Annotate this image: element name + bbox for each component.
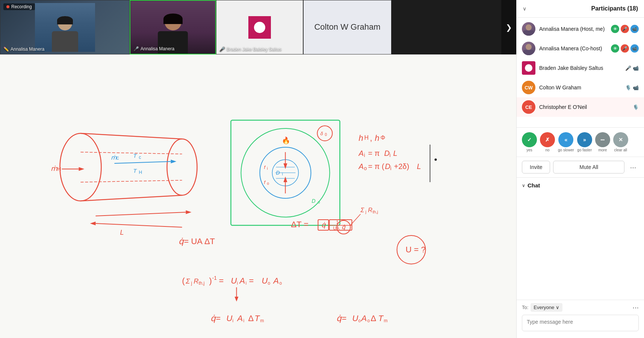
- to-chevron-icon: ∨: [556, 305, 559, 310]
- svg-text:i: i: [233, 318, 234, 323]
- mute-all-button[interactable]: Mute All: [553, 161, 624, 174]
- go-faster-button[interactable]: »: [577, 132, 592, 147]
- participant-item[interactable]: Braden Jake Balsley Saltus 🎤 📹: [517, 58, 644, 78]
- svg-text:= π (: = π (: [368, 162, 385, 171]
- participant-name: Annalisa Manera (Host, me): [539, 26, 607, 32]
- chat-header[interactable]: ∨ Chat: [517, 178, 644, 193]
- svg-text:U: U: [231, 276, 237, 285]
- chat-chevron-icon: ∨: [522, 183, 525, 188]
- video-nav-arrow[interactable]: ❯: [501, 0, 516, 54]
- svg-text:=: =: [342, 314, 347, 323]
- reactions-row: ✓ yes ✗ no « go slower » go faster ••• m…: [517, 127, 644, 157]
- participant-badges: 👁 🎤 📹: [611, 25, 639, 33]
- svg-text:o: o: [358, 318, 361, 323]
- svg-text:i: i: [364, 152, 365, 158]
- clear-all-button[interactable]: ✕: [613, 132, 628, 147]
- reaction-yes[interactable]: ✓ yes: [522, 132, 537, 152]
- svg-text:i: i: [390, 152, 391, 158]
- colton-name-display: Colton W Graham: [314, 22, 380, 33]
- video-strip: Recording ✏️ Annalisa Manera: [0, 0, 516, 54]
- video-tile-1[interactable]: Recording ✏️ Annalisa Manera: [0, 0, 130, 54]
- faster-label: go faster: [577, 148, 592, 152]
- svg-text:L: L: [120, 229, 124, 236]
- message-options-button[interactable]: ···: [632, 303, 639, 312]
- video-tile-2[interactable]: 🎤 Annalisa Manera: [130, 0, 216, 54]
- chat-section: ∨ Chat: [517, 178, 644, 193]
- video-tile-4[interactable]: Colton W Graham: [303, 0, 392, 54]
- participant-item[interactable]: CE Christopher E O'Neil 🎙️: [517, 97, 644, 117]
- participant-name: Annalisa Manera (Co-host): [539, 45, 607, 51]
- svg-text:=: =: [219, 276, 224, 285]
- svg-rect-0: [39, 54, 477, 338]
- svg-text:o: o: [318, 200, 320, 204]
- no-button[interactable]: ✗: [540, 132, 555, 147]
- svg-text:+2δ): +2δ): [394, 162, 410, 171]
- participant-item[interactable]: Annalisa Manera (Host, me) 👁 🎤 📹: [517, 19, 644, 39]
- svg-text:H: H: [57, 166, 61, 172]
- svg-text:=: =: [249, 276, 254, 285]
- mic-badge: 🎤: [621, 44, 629, 53]
- svg-text:q̇: q̇: [342, 224, 346, 231]
- svg-text:U: U: [352, 314, 358, 323]
- participant-item[interactable]: Annalisa Manera (Co-host) 👁 🎤 📹: [517, 39, 644, 58]
- participant-name: Christopher E O'Neil: [539, 104, 629, 110]
- svg-text:U: U: [262, 276, 268, 285]
- svg-text:R: R: [194, 278, 199, 285]
- svg-text:D: D: [385, 162, 390, 171]
- svg-text:A: A: [273, 276, 279, 285]
- svg-text:ṁ: ṁ: [111, 154, 117, 161]
- more-button[interactable]: •••: [595, 132, 610, 147]
- participant-item[interactable]: CW Colton W Graham 🎙️ 📹: [517, 78, 644, 97]
- svg-text:=: =: [216, 314, 221, 323]
- svg-text:L: L: [417, 162, 421, 171]
- slower-label: go slower: [558, 148, 574, 152]
- video-tile-3[interactable]: 🎤 Braden Jake Balsley Saltus: [216, 0, 303, 54]
- reaction-no[interactable]: ✗ no: [540, 132, 555, 152]
- mic-badge: 🎤: [621, 25, 629, 33]
- avatar: CW: [522, 81, 535, 94]
- video-name-tag-2: 🎤 Annalisa Manera: [133, 46, 174, 51]
- svg-text:A: A: [358, 149, 364, 157]
- reaction-slower[interactable]: « go slower: [558, 132, 574, 152]
- participant-badges: 🎤 📹: [625, 65, 639, 71]
- yes-button[interactable]: ✓: [522, 132, 537, 147]
- sidebar-collapse-btn[interactable]: ∨: [523, 6, 526, 12]
- participant-name: Braden Jake Balsley Saltus: [539, 65, 621, 71]
- avatar: [522, 22, 535, 36]
- go-slower-button[interactable]: «: [558, 132, 573, 147]
- video-muted-icon: 📹: [633, 65, 639, 71]
- invite-button[interactable]: Invite: [522, 161, 550, 174]
- svg-text:th,j: th,j: [373, 210, 378, 214]
- to-value: Everyone: [534, 305, 554, 310]
- svg-text:Δ: Δ: [248, 314, 254, 323]
- svg-text:j: j: [365, 210, 366, 214]
- to-select[interactable]: Everyone ∨: [531, 303, 562, 312]
- svg-text:o: o: [268, 281, 271, 286]
- svg-text:U: U: [227, 314, 233, 323]
- svg-text:i: i: [237, 281, 238, 286]
- svg-text:ṁ: ṁ: [51, 165, 57, 172]
- svg-text:i: i: [390, 165, 392, 171]
- message-input[interactable]: [522, 315, 639, 331]
- avatar: [522, 61, 535, 75]
- reaction-more[interactable]: ••• more: [595, 132, 610, 152]
- svg-text:A: A: [237, 314, 243, 323]
- video-badge: 📹: [630, 44, 639, 53]
- svg-text:Φ: Φ: [381, 134, 385, 141]
- chat-title: Chat: [528, 182, 540, 189]
- reaction-clearall[interactable]: ✕ clear all: [613, 132, 628, 152]
- participant-badges: 👁 🎤 📹: [611, 44, 639, 53]
- main-area: Recording ✏️ Annalisa Manera: [0, 0, 516, 338]
- svg-text:,: ,: [370, 133, 372, 143]
- svg-text:U = ?: U = ?: [406, 245, 426, 254]
- video-name-tag-3: 🎤 Braden Jake Balsley Saltus: [219, 47, 281, 52]
- svg-text:i: i: [243, 318, 245, 323]
- sidebar-header: ∨ Participants (18): [517, 0, 644, 18]
- sidebar: ∨ Participants (18) Annalisa Manera (Hos…: [516, 0, 644, 338]
- more-options-button[interactable]: ···: [627, 161, 639, 173]
- reaction-faster[interactable]: » go faster: [577, 132, 592, 152]
- svg-text:i: i: [246, 281, 247, 286]
- svg-text:o: o: [367, 318, 370, 323]
- svg-text:c: c: [139, 155, 141, 160]
- svg-text:Δ: Δ: [371, 314, 376, 323]
